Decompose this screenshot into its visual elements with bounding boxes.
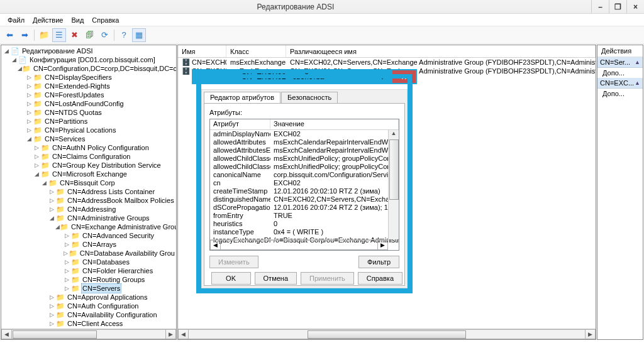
tree-item[interactable]: ▷📁CN=Advanced Security	[1, 231, 176, 240]
tree-item[interactable]: ▷📁CN=Routing Groups	[1, 275, 176, 284]
tree-item[interactable]: ▷📁CN=Claims Configuration	[1, 152, 176, 161]
tree-item[interactable]: ▷📁CN=Folder Hierarchies	[1, 266, 176, 275]
back-icon[interactable]: ⬅	[3, 28, 16, 42]
tree-item[interactable]: ▷📁CN=LostAndFoundConfig	[1, 99, 176, 108]
attr-row[interactable]: instanceType0x4 = ( WRITE )	[210, 228, 399, 236]
folder-icon: 📁	[55, 311, 65, 318]
refresh-icon[interactable]: 🗐	[82, 28, 96, 42]
folder-icon: 📁	[69, 249, 77, 257]
tree-hscroll[interactable]: ◀ ▶	[1, 329, 176, 339]
tree-scroll[interactable]: ◢📄Редактирование ADSI ◢📄Конфигурация [DC…	[1, 45, 176, 329]
tree-item[interactable]: ▷📁CN=Address Lists Container	[1, 187, 176, 196]
titlebar: Редактирование ADSI – ❐ ×	[0, 0, 644, 14]
tree-services[interactable]: ◢📁CN=Services	[1, 134, 176, 143]
attr-vscroll[interactable]: ▲	[388, 130, 399, 239]
attr-row[interactable]: fromEntryTRUE	[210, 212, 399, 220]
tree-servers[interactable]: ▷📁CN=Servers	[1, 284, 176, 293]
list-header-name[interactable]: Имя	[178, 45, 226, 57]
delete-icon[interactable]: ✖	[67, 28, 81, 42]
edit-button[interactable]: Изменить	[209, 256, 258, 268]
tree-item[interactable]: ▷📁CN=Group Key Distribution Service	[1, 161, 176, 170]
tree-admingroups[interactable]: ◢📁CN=Administrative Groups	[1, 214, 176, 222]
menu-file[interactable]: Файл	[4, 15, 28, 25]
minimize-button[interactable]: –	[591, 0, 609, 13]
scroll-right-icon[interactable]: ▶	[165, 329, 176, 339]
scroll-left-icon[interactable]: ◀	[178, 329, 189, 339]
menu-action[interactable]: Действие	[29, 15, 67, 25]
tree-item[interactable]: ▷📁CN=DisplaySpecifiers	[1, 73, 176, 82]
tree-cn-config[interactable]: ◢📁CN=Configuration,DC=corp,DC=bissquit,D…	[1, 64, 176, 73]
actions-section-exch[interactable]: CN=EXC...▲	[597, 78, 643, 89]
actions-more[interactable]: Допо...	[597, 68, 643, 78]
tree-view-icon[interactable]: ☰	[52, 28, 66, 42]
attr-row[interactable]: adminDisplayNameEXCH02	[210, 130, 399, 138]
attr-row[interactable]: cnEXCH02	[210, 179, 399, 187]
attr-row[interactable]: dSCorePropagationD...12.01.2016 20:07:24…	[210, 204, 399, 212]
tree-item[interactable]: ▷📁CN=ForestUpdates	[1, 90, 176, 99]
attr-row[interactable]: allowedChildClassesE...msExchUnifiedPoli…	[210, 163, 399, 171]
tab-security[interactable]: Безопасность	[281, 92, 338, 103]
dialog-help-button[interactable]: ?	[374, 70, 391, 83]
actions-section-servers[interactable]: CN=Ser...▲	[597, 57, 643, 68]
tree-item[interactable]: ▷📁CN=Approval Applications	[1, 293, 176, 302]
tab-attributes[interactable]: Редактор атрибутов	[204, 92, 280, 103]
tree-item[interactable]: ▷📁CN=AuthN Policy Configuration	[1, 143, 176, 152]
tree-item[interactable]: ▷📁CN=AddressBook Mailbox Policies	[1, 196, 176, 205]
tree-item[interactable]: ▷📁CN=Database Availability Grou	[1, 249, 176, 258]
attr-row[interactable]: distinguishedNameCN=EXCH02,CN=Servers,CN…	[210, 195, 399, 204]
list-row[interactable]: 🗄️CN=EXCH02 msExchExchangeServer CN=EXCH…	[178, 58, 596, 67]
folder-icon: 📁	[55, 293, 65, 301]
panel-icon[interactable]: ▦	[132, 28, 146, 42]
folder-icon: 📁	[70, 241, 80, 248]
dialog-close-button[interactable]: X	[392, 70, 416, 83]
attr-row[interactable]: allowedAttributesEffe...msExchCalendarRe…	[210, 146, 399, 155]
apply-button[interactable]: Применить	[301, 272, 354, 285]
tree-item[interactable]: ▷📁CN=Availability Configuration	[1, 310, 176, 319]
attr-col-value[interactable]: Значение	[270, 119, 399, 129]
ok-button[interactable]: OK	[211, 272, 251, 285]
tree-biss[interactable]: ◢📁CN=Bissquit Corp	[1, 178, 176, 187]
tree-item[interactable]: ▷📁CN=Extended-Rights	[1, 82, 176, 90]
tree-item[interactable]: ▷📁CN=NTDS Quotas	[1, 108, 176, 117]
tree-item[interactable]: ▷📁CN=Arrays	[1, 240, 176, 249]
tree-config-node[interactable]: ◢📄Конфигурация [DC01.corp.bissquit.com]	[1, 55, 176, 64]
tree-item[interactable]: ▷📁CN=Addressing	[1, 205, 176, 214]
attr-row[interactable]: allowedAttributesmsExchCalendarRepairInt…	[210, 138, 399, 146]
tree-exchgroup[interactable]: ◢📁CN=Exchange Administrative Grou	[1, 222, 176, 231]
maximize-button[interactable]: ❐	[609, 0, 626, 13]
attr-col-name[interactable]: Атрибут	[210, 119, 270, 129]
up-icon[interactable]: 📁	[37, 28, 51, 42]
chevron-up-icon: ▲	[635, 59, 640, 65]
list-header-dn[interactable]: Различающееся имя	[286, 45, 596, 57]
close-button[interactable]: ×	[626, 0, 644, 13]
scroll-left-icon[interactable]: ◀	[1, 329, 12, 339]
help-icon[interactable]: ?	[117, 28, 131, 42]
attr-hscroll[interactable]: ◀ ▶	[210, 239, 388, 250]
folder-icon: 📁	[70, 258, 80, 266]
window-title: Редактирование ADSI	[0, 3, 591, 11]
list-header-class[interactable]: Класс	[226, 45, 286, 57]
tree-item[interactable]: ▷📁CN=Partitions	[1, 117, 176, 126]
scroll-right-icon[interactable]: ▶	[585, 329, 596, 339]
tree-item[interactable]: ▷📁CN=Databases	[1, 258, 176, 266]
attr-row[interactable]: allowedChildClassesmsExchUnifiedPolicy; …	[210, 155, 399, 163]
tree-item[interactable]: ▷📁CN=Client Access	[1, 319, 176, 328]
attr-row[interactable]: canonicalNamecorp.bissquit.com/Configura…	[210, 171, 399, 179]
list-hscroll[interactable]: ◀ ▶	[178, 329, 596, 339]
export-icon[interactable]: ⟳	[97, 28, 111, 42]
forward-icon[interactable]: ➡	[18, 28, 31, 42]
attr-row[interactable]: heuristics0	[210, 220, 399, 228]
filter-button[interactable]: Фильтр	[358, 256, 399, 268]
tree-item[interactable]: ▷📁CN=Physical Locations	[1, 126, 176, 134]
attributes-label: Атрибуты:	[209, 109, 399, 116]
attr-row[interactable]: createTimeStamp12.01.2016 20:02:10 RTZ 2…	[210, 187, 399, 195]
menu-help[interactable]: Справка	[88, 15, 123, 25]
menu-view[interactable]: Вид	[67, 15, 87, 25]
actions-more[interactable]: Допо...	[597, 89, 643, 99]
help-button[interactable]: Справка	[358, 272, 402, 285]
attributes-grid[interactable]: Атрибут Значение adminDisplayNameEXCH02a…	[209, 119, 399, 251]
tree-msexch[interactable]: ◢📁CN=Microsoft Exchange	[1, 170, 176, 178]
cancel-button[interactable]: Отмена	[255, 272, 297, 285]
tree-item[interactable]: ▷📁CN=Auth Configuration	[1, 302, 176, 310]
tree-root-node[interactable]: ◢📄Редактирование ADSI	[1, 46, 176, 55]
